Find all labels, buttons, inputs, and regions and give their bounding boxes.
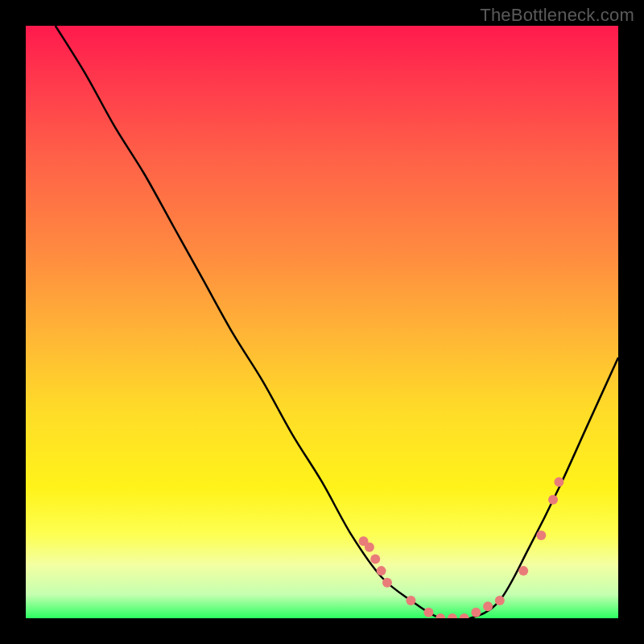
data-marker [548, 495, 558, 505]
data-marker [423, 608, 433, 617]
data-marker [495, 596, 505, 605]
data-marker [365, 543, 374, 552]
data-marker [436, 613, 445, 618]
plot-area [26, 26, 618, 618]
data-marker [471, 608, 481, 617]
data-marker [518, 566, 528, 576]
data-marker [448, 613, 457, 618]
outer-frame: TheBottleneck.com [0, 0, 644, 644]
data-marker [554, 477, 564, 487]
watermark-text: TheBottleneck.com [480, 5, 634, 26]
bottleneck-curve [56, 26, 618, 618]
marker-group [359, 477, 564, 618]
data-marker [536, 530, 546, 540]
data-marker [483, 601, 493, 611]
data-marker [377, 566, 386, 576]
curve-layer [26, 26, 618, 618]
data-marker [460, 613, 469, 618]
data-marker [370, 554, 380, 564]
data-marker [406, 596, 415, 605]
data-marker [382, 578, 392, 588]
